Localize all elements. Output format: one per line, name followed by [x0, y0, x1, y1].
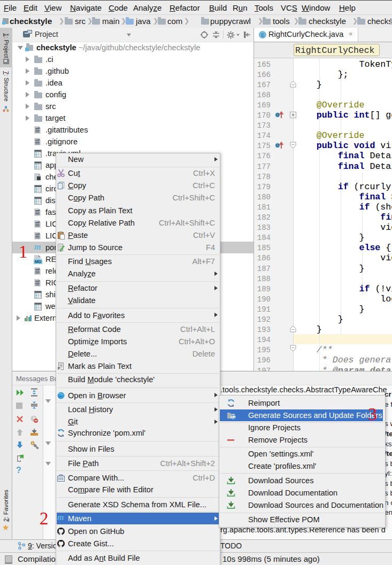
- svg-text:c: c: [262, 32, 264, 38]
